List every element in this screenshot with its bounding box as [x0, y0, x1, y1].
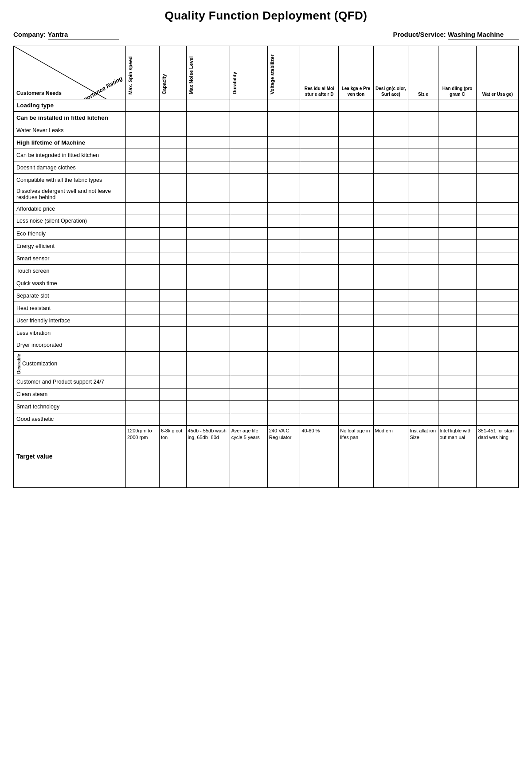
data-cell — [408, 314, 438, 327]
data-cell — [125, 302, 159, 314]
data-cell — [267, 277, 300, 290]
need-cell-7: Compatible with all the fabric types — [14, 174, 126, 186]
data-cell — [267, 388, 300, 400]
col-header-capacity: Capacity — [159, 46, 186, 99]
data-cell — [477, 99, 519, 112]
data-cell — [230, 112, 267, 124]
table-row: Heat resistant — [14, 302, 519, 314]
target-value-cell-5: 40-60 % — [300, 425, 339, 487]
data-cell — [159, 339, 186, 352]
need-cell-16: Separate slot — [14, 290, 126, 302]
data-cell — [438, 352, 477, 376]
data-cell — [477, 174, 519, 186]
data-cell — [373, 186, 408, 203]
data-cell — [230, 352, 267, 376]
data-cell — [339, 339, 373, 352]
data-cell — [339, 314, 373, 327]
data-cell — [477, 112, 519, 124]
table-row: Affordable price — [14, 203, 519, 215]
data-cell — [408, 327, 438, 339]
data-cell — [438, 99, 477, 112]
data-cell — [300, 252, 339, 265]
data-cell — [300, 112, 339, 124]
data-cell — [373, 174, 408, 186]
data-cell — [373, 228, 408, 240]
data-cell — [125, 112, 159, 124]
data-cell — [230, 302, 267, 314]
data-cell — [267, 252, 300, 265]
data-cell — [267, 215, 300, 228]
data-cell — [339, 413, 373, 425]
data-cell — [267, 203, 300, 215]
data-cell — [339, 186, 373, 203]
data-cell — [339, 203, 373, 215]
data-cell — [477, 290, 519, 302]
table-row: Water Never Leaks — [14, 124, 519, 137]
data-cell — [300, 413, 339, 425]
data-cell — [267, 314, 300, 327]
need-cell-4: High lifetime of Machine — [14, 137, 126, 149]
data-cell — [438, 240, 477, 252]
data-cell — [339, 99, 373, 112]
data-cell — [408, 203, 438, 215]
data-cell — [230, 277, 267, 290]
data-cell — [159, 327, 186, 339]
data-cell — [230, 376, 267, 388]
data-cell — [159, 240, 186, 252]
need-cell-14: Touch screen — [14, 265, 126, 277]
table-row: Eco-friendly — [14, 228, 519, 240]
col-header-design: Desi gn(c olor, Surf ace) — [373, 46, 408, 99]
data-cell — [438, 124, 477, 137]
data-cell — [186, 99, 230, 112]
col-header-noise: Max Noise Level — [186, 46, 230, 99]
col-header-leakage: Lea kga e Pre ven tion — [339, 46, 373, 99]
target-value-cell-6: No leal age in lifes pan — [339, 425, 373, 487]
need-cell-22: Customer and Product support 24/7 — [14, 376, 126, 388]
data-cell — [186, 215, 230, 228]
data-cell — [125, 376, 159, 388]
table-row: High lifetime of Machine — [14, 137, 519, 149]
data-cell — [300, 161, 339, 174]
data-cell — [186, 124, 230, 137]
data-cell — [186, 265, 230, 277]
data-cell — [159, 215, 186, 228]
data-cell — [300, 174, 339, 186]
data-cell — [339, 290, 373, 302]
data-cell — [186, 352, 230, 376]
data-cell — [477, 265, 519, 277]
data-cell — [159, 149, 186, 161]
data-cell — [159, 252, 186, 265]
data-cell — [267, 376, 300, 388]
data-cell — [125, 352, 159, 376]
data-cell — [373, 161, 408, 174]
data-cell — [373, 352, 408, 376]
table-row: Smart technology — [14, 400, 519, 413]
data-cell — [159, 413, 186, 425]
data-cell — [373, 327, 408, 339]
target-value-cell-2: 45db - 55db wash ing, 65db -80d — [186, 425, 230, 487]
data-cell — [159, 388, 186, 400]
data-cell — [159, 302, 186, 314]
data-cell — [300, 137, 339, 149]
data-cell — [408, 339, 438, 352]
data-cell — [159, 203, 186, 215]
data-cell — [438, 277, 477, 290]
data-cell — [125, 137, 159, 149]
data-cell — [408, 228, 438, 240]
data-cell — [159, 137, 186, 149]
data-cell — [125, 124, 159, 137]
product-name: Washing Machine — [448, 31, 519, 39]
data-cell — [373, 99, 408, 112]
data-cell — [125, 174, 159, 186]
data-cell — [373, 376, 408, 388]
data-cell — [267, 99, 300, 112]
data-cell — [300, 277, 339, 290]
data-cell — [186, 149, 230, 161]
data-cell — [267, 240, 300, 252]
data-cell — [339, 215, 373, 228]
data-cell — [373, 265, 408, 277]
data-cell — [373, 400, 408, 413]
data-cell — [159, 99, 186, 112]
data-cell — [159, 400, 186, 413]
data-cell — [438, 174, 477, 186]
